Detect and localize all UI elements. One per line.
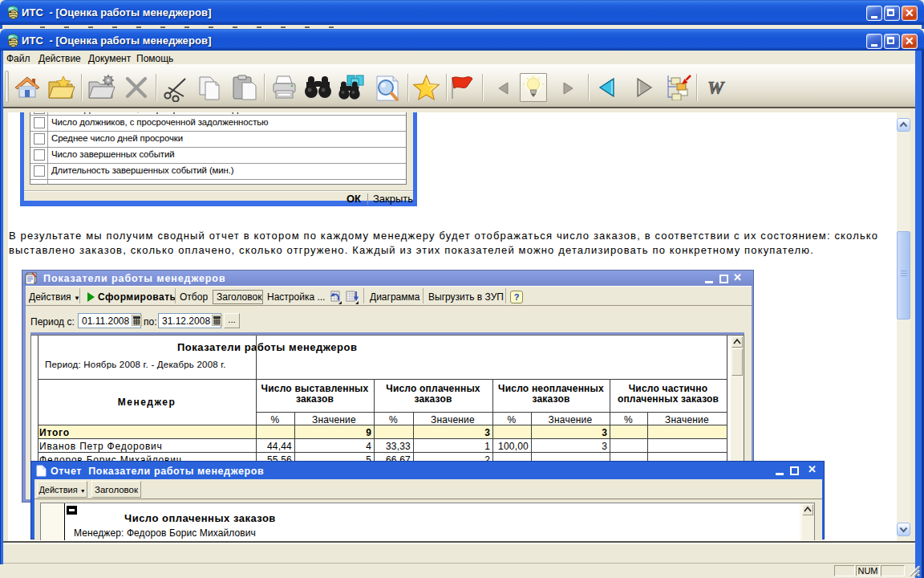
svg-text:W: W bbox=[707, 78, 725, 98]
